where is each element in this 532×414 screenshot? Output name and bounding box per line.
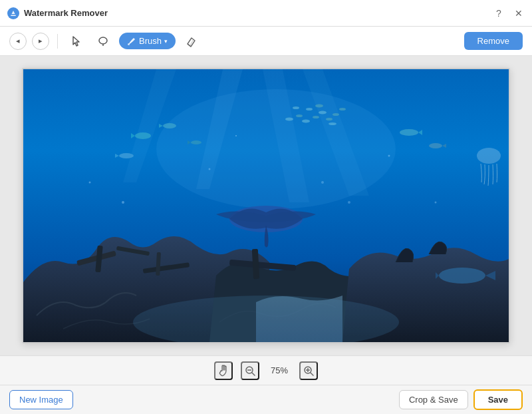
zoom-out-icon <box>245 365 255 376</box>
lasso-tool-button[interactable] <box>92 31 114 52</box>
svg-point-25 <box>400 129 418 136</box>
help-button[interactable]: ? <box>492 7 505 20</box>
brush-label: Brush <box>139 36 162 46</box>
zoom-in-icon <box>303 365 314 376</box>
svg-rect-2 <box>11 14 15 15</box>
svg-point-34 <box>306 108 313 110</box>
back-icon: ◂ <box>16 37 20 45</box>
svg-point-4 <box>128 43 130 45</box>
svg-point-24 <box>119 153 134 158</box>
selection-icon <box>70 35 82 47</box>
svg-point-30 <box>302 120 310 123</box>
app-title: Watermark Remover <box>24 8 108 18</box>
hand-tool-button[interactable] <box>214 361 233 380</box>
action-bar: New Image Crop & Save Save <box>0 385 532 414</box>
svg-point-26 <box>429 143 442 148</box>
remove-button[interactable]: Remove <box>464 32 523 50</box>
svg-point-37 <box>332 113 339 116</box>
toolbar-separator-1 <box>57 34 58 49</box>
svg-point-32 <box>319 111 327 114</box>
svg-point-28 <box>285 118 293 121</box>
svg-point-12 <box>156 89 396 209</box>
window-controls: ? ✕ <box>492 7 525 20</box>
zoom-value: 75% <box>267 365 291 375</box>
brush-tool-button[interactable]: Brush ▾ <box>119 33 176 49</box>
svg-line-56 <box>311 373 313 375</box>
svg-point-41 <box>122 201 124 204</box>
svg-line-52 <box>252 373 255 375</box>
forward-button[interactable]: ▸ <box>32 33 49 50</box>
selection-tool-button[interactable] <box>66 31 87 52</box>
svg-point-40 <box>477 148 501 164</box>
zoom-statusbar: 75% <box>0 355 532 385</box>
svg-point-47 <box>435 202 437 204</box>
svg-point-29 <box>296 114 303 117</box>
zoom-out-button[interactable] <box>241 361 259 380</box>
svg-point-33 <box>326 118 332 120</box>
brush-chevron-icon: ▾ <box>164 38 168 45</box>
svg-point-43 <box>321 181 324 184</box>
close-button[interactable]: ✕ <box>512 7 525 20</box>
svg-point-42 <box>209 168 211 170</box>
crop-save-button[interactable]: Crop & Save <box>399 390 468 409</box>
hand-icon <box>217 365 229 377</box>
new-image-button[interactable]: New Image <box>9 390 73 409</box>
save-button[interactable]: Save <box>473 389 523 410</box>
svg-point-45 <box>235 135 237 136</box>
svg-point-36 <box>293 106 299 109</box>
svg-point-23 <box>191 140 201 144</box>
svg-point-35 <box>315 104 323 108</box>
eraser-icon <box>186 35 198 47</box>
main-canvas-area <box>0 56 532 355</box>
svg-point-46 <box>348 201 350 204</box>
svg-point-27 <box>439 268 485 284</box>
back-button[interactable]: ◂ <box>9 33 27 50</box>
forward-icon: ▸ <box>39 37 43 45</box>
underwater-image <box>23 69 509 342</box>
svg-point-48 <box>89 182 91 184</box>
toolbar: ◂ ▸ Brush ▾ Remove <box>0 27 532 56</box>
zoom-in-button[interactable] <box>299 361 318 380</box>
eraser-tool-button[interactable] <box>181 31 202 52</box>
svg-point-21 <box>135 132 151 139</box>
svg-point-31 <box>313 116 319 118</box>
brush-icon <box>127 37 136 46</box>
titlebar: Watermark Remover ? ✕ <box>0 0 532 27</box>
svg-point-38 <box>329 122 336 125</box>
app-logo-icon <box>7 7 20 20</box>
svg-point-22 <box>163 123 176 128</box>
lasso-icon <box>97 35 109 47</box>
svg-point-39 <box>339 108 346 110</box>
image-container <box>22 68 510 343</box>
svg-point-3 <box>99 37 107 44</box>
svg-point-44 <box>388 155 390 157</box>
